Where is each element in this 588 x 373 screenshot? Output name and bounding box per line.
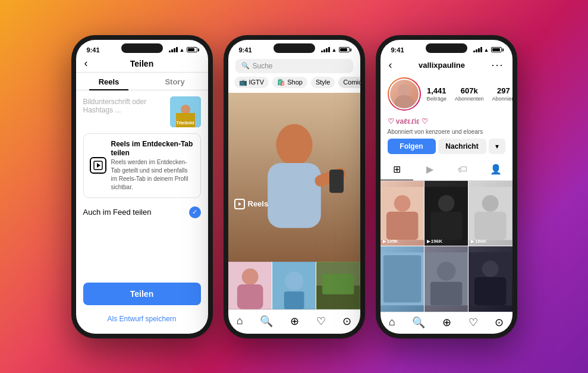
svg-point-17 [285, 271, 304, 290]
tab-bar-1: Reels Story [76, 73, 208, 90]
nav-person-3[interactable]: ⊙ [495, 316, 504, 329]
nav-home-2[interactable]: ⌂ [237, 315, 243, 327]
svg-marker-11 [238, 202, 241, 206]
feed-row: Auch im Feed teilen ✓ [83, 204, 201, 221]
time-1: 9:41 [87, 46, 100, 54]
thumbnail: Titelbild [170, 96, 201, 127]
profile-grid: ▶ 105K ▶ 196K [381, 181, 512, 312]
play-icon-2: ▶ [427, 239, 430, 244]
svg-rect-8 [268, 162, 321, 227]
video-count-2: ▶ 196K [427, 239, 442, 244]
tab-reels[interactable]: Reels [76, 73, 142, 90]
nav-heart-3[interactable]: ♡ [468, 316, 478, 329]
nav-person-2[interactable]: ⊙ [342, 315, 351, 328]
nav-search-3[interactable]: 🔍 [412, 316, 425, 329]
avatar-ring [388, 77, 421, 111]
reels-icon [90, 157, 106, 174]
tab-saved[interactable]: 👤 [479, 159, 512, 180]
status-bar-1: 9:41 ▲ [76, 40, 208, 57]
share-reels-box: Reels im Entdecken-Tab teilen Reels werd… [83, 133, 201, 198]
nav-plus-3[interactable]: ⊕ [442, 316, 451, 329]
svg-point-7 [276, 124, 312, 165]
nav-heart-2[interactable]: ♡ [316, 315, 326, 328]
svg-rect-39 [474, 277, 507, 306]
action-row: Folgen Nachricht ▾ [381, 139, 512, 159]
stat-following-label: Abonniert [492, 96, 512, 102]
phone-1-screen: 9:41 ▲ ‹ Teilen Reels Story [76, 40, 208, 334]
grid-cell-1[interactable] [228, 262, 272, 309]
grid-cell-2[interactable] [272, 262, 316, 309]
tab-tagged[interactable]: 🏷 [446, 159, 480, 180]
wifi-icon-1: ▲ [180, 47, 185, 53]
pgrid-cell-1[interactable]: ▶ 105K [381, 181, 424, 246]
profile-tabs: ⊞ ▶ 🏷 👤 [381, 159, 512, 181]
nav-search-2[interactable]: 🔍 [260, 315, 273, 328]
caption-input[interactable]: Bildunterschrift oder Hashtags ... [83, 96, 165, 115]
stat-following-num: 297 [497, 86, 510, 95]
tab-reels[interactable]: ▶ [413, 159, 446, 180]
signal-icon-1 [169, 47, 178, 52]
stat-posts-num: 1,441 [427, 86, 446, 95]
profile-header: ‹ vallixpauline ··· [381, 57, 512, 75]
time-3: 9:41 [391, 46, 404, 54]
tab-grid[interactable]: ⊞ [381, 159, 414, 180]
pgrid-cell-2[interactable]: ▶ 196K [425, 181, 468, 246]
pgrid-cell-6[interactable] [468, 246, 512, 312]
status-icons-3: ▲ [473, 47, 502, 53]
header-title: Teilen [130, 59, 153, 68]
svg-point-24 [394, 195, 410, 212]
phone-3-screen: 9:41 ▲ ‹ vallixpauline ··· [381, 40, 512, 334]
feed-label: Auch im Feed teilen [83, 208, 152, 217]
svg-rect-33 [383, 255, 420, 302]
profile-back[interactable]: ‹ [389, 59, 392, 71]
category-bar: 📺 IGTV 🛍️ Shop Style Comics Film & Fern.… [228, 77, 360, 93]
phone-1: 9:41 ▲ ‹ Teilen Reels Story [71, 35, 213, 338]
stats-row: 1,441 Beiträge 607k Abonnenten 297 Abonn… [427, 86, 512, 102]
phone-3: 9:41 ▲ ‹ vallixpauline ··· [376, 35, 517, 338]
search-row: 🔍 Suche [228, 57, 360, 77]
svg-point-2 [181, 105, 190, 114]
share-content: Bildunterschrift oder Hashtags ... Titel… [76, 90, 208, 334]
nav-home-3[interactable]: ⌂ [389, 316, 395, 328]
bottom-nav-2: ⌂ 🔍 ⊕ ♡ ⊙ [228, 309, 360, 334]
thumbnail-grid [228, 262, 360, 309]
search-bar[interactable]: 🔍 Suche [235, 59, 353, 73]
stat-followers-label: Abonnenten [455, 96, 484, 102]
feed-toggle[interactable]: ✓ [189, 206, 201, 218]
profile-more[interactable]: ··· [491, 59, 504, 71]
battery-icon-2 [339, 47, 350, 52]
pgrid-cell-3[interactable]: ▶ 156K [468, 181, 512, 246]
dropdown-button[interactable]: ▾ [489, 139, 505, 154]
share-button[interactable]: Teilen [83, 283, 201, 305]
avatar[interactable] [389, 79, 420, 109]
share-reels-desc: Reels werden im Entdecken-Tab geteilt un… [111, 158, 194, 192]
pgrid-cell-5[interactable] [425, 246, 468, 312]
pgrid-cell-4[interactable] [381, 246, 424, 312]
tab-story[interactable]: Story [142, 73, 208, 90]
grid-cell-3[interactable] [316, 262, 360, 309]
bottom-nav-3: ⌂ 🔍 ⊕ ♡ ⊙ [381, 312, 512, 334]
cat-style[interactable]: Style [311, 77, 335, 88]
cat-shop[interactable]: 🛍️ Shop [272, 77, 307, 88]
signal-icon-3 [473, 47, 482, 52]
svg-rect-14 [237, 284, 263, 309]
back-button[interactable]: ‹ [84, 57, 88, 70]
svg-point-22 [394, 95, 414, 108]
cat-comics[interactable]: Comics [338, 77, 360, 88]
draft-link[interactable]: Als Entwurf speichern [83, 311, 201, 328]
svg-point-35 [437, 262, 456, 281]
wifi-icon-3: ▲ [484, 47, 489, 53]
nav-plus-2[interactable]: ⊕ [290, 315, 299, 328]
svg-rect-31 [474, 211, 507, 240]
svg-rect-16 [284, 291, 304, 309]
search-input[interactable]: Suche [253, 62, 273, 70]
caption-row: Bildunterschrift oder Hashtags ... Titel… [83, 96, 201, 127]
status-bar-2: 9:41 ▲ [228, 40, 360, 57]
message-button[interactable]: Nachricht [438, 139, 486, 154]
svg-point-30 [482, 195, 499, 212]
cat-igtv[interactable]: 📺 IGTV [234, 77, 269, 88]
status-icons-1: ▲ [169, 47, 197, 53]
follow-button[interactable]: Folgen [388, 139, 436, 154]
svg-rect-28 [430, 211, 463, 240]
main-video[interactable]: Reels [228, 93, 360, 262]
